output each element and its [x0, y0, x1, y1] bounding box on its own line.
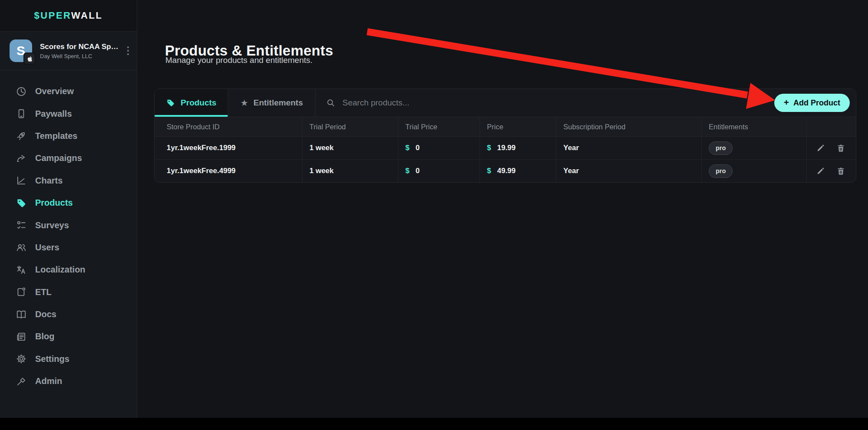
sidebar-item-label: Overview	[35, 86, 74, 96]
tab-entitlements[interactable]: ★ Entitlements	[228, 89, 316, 117]
tab-label: Entitlements	[253, 98, 303, 108]
gear-icon	[16, 353, 27, 364]
logo-rest-text: WALL	[71, 10, 102, 21]
chart-icon	[16, 175, 27, 186]
cell-store-product-id: 1yr.1weekFree.1999	[155, 137, 302, 159]
sidebar-item-surveys[interactable]: Surveys	[0, 214, 137, 236]
column-header-actions	[807, 117, 856, 136]
campaign-arrow-icon	[16, 153, 27, 164]
delete-product-button[interactable]	[835, 166, 846, 177]
currency-symbol: $	[487, 167, 491, 175]
sidebar-item-label: Docs	[35, 309, 56, 319]
add-product-button[interactable]: + Add Product	[774, 94, 850, 112]
table-row: 1yr.1weekFree.4999 1 week $0 $49.99 Year…	[155, 160, 856, 182]
workspace-company: Day Well Spent, LLC	[40, 53, 123, 59]
column-header-trial-period: Trial Period	[302, 117, 398, 136]
sidebar-item-blog[interactable]: Blog	[0, 325, 137, 348]
sidebar-item-users[interactable]: Users	[0, 236, 137, 259]
trash-icon	[836, 144, 845, 153]
currency-symbol: $	[487, 144, 491, 152]
phone-icon	[16, 108, 27, 119]
logo-row: $UPERWALL	[0, 0, 137, 32]
cell-subscription-period: Year	[556, 137, 702, 159]
sidebar-item-label: Campaigns	[35, 153, 82, 163]
workspace-name: Scores for NCAA Spo…	[40, 43, 123, 51]
page-subtitle: Manage your products and entitlements.	[165, 56, 312, 65]
sidebar-item-products[interactable]: Products	[0, 192, 137, 214]
survey-icon	[16, 220, 27, 231]
sidebar-nav: Overview Paywalls Templates Campaigns Ch…	[0, 70, 137, 392]
trial-price-value: 0	[415, 167, 419, 175]
apple-platform-badge	[23, 53, 36, 65]
cell-entitlements: pro	[702, 160, 807, 182]
sidebar-item-etl[interactable]: ETL	[0, 281, 137, 303]
cell-trial-period: 1 week	[302, 137, 398, 159]
gavel-icon	[16, 376, 27, 387]
tag-icon	[166, 98, 175, 108]
apple-icon	[27, 56, 33, 62]
workspace-menu-button[interactable]	[125, 44, 131, 58]
edit-product-button[interactable]	[815, 166, 826, 177]
sidebar-item-paywalls[interactable]: Paywalls	[0, 102, 137, 125]
logo-accent-text: $UPER	[34, 10, 71, 21]
table-header: Store Product ID Trial Period Trial Pric…	[155, 117, 856, 137]
column-header-entitlements: Entitlements	[702, 117, 807, 136]
tag-icon	[16, 197, 27, 209]
cell-trial-price: $0	[398, 137, 480, 159]
superwall-logo[interactable]: $UPERWALL	[34, 10, 103, 21]
price-value: 49.99	[497, 167, 516, 175]
sidebar-item-label: ETL	[35, 287, 52, 297]
price-value: 19.99	[497, 144, 516, 152]
translate-icon	[16, 264, 27, 276]
cell-trial-period: 1 week	[302, 160, 398, 182]
table-row: 1yr.1weekFree.1999 1 week $0 $19.99 Year…	[155, 137, 856, 160]
sidebar: $UPERWALL S Scores for NCAA Spo… Day Wel…	[0, 0, 137, 430]
users-icon	[16, 242, 27, 253]
column-header-subscription-period: Subscription Period	[556, 117, 702, 136]
tab-bar: Products ★ Entitlements + Add Product	[155, 89, 856, 117]
column-header-trial-price: Trial Price	[398, 117, 480, 136]
rocket-icon	[16, 130, 27, 141]
sidebar-item-label: Localization	[35, 265, 85, 275]
trash-icon	[836, 167, 845, 176]
sidebar-item-templates[interactable]: Templates	[0, 125, 137, 147]
sidebar-item-campaigns[interactable]: Campaigns	[0, 147, 137, 169]
pencil-icon	[816, 144, 825, 153]
sidebar-item-charts[interactable]: Charts	[0, 170, 137, 192]
sidebar-item-label: Blog	[35, 332, 54, 341]
products-card: Products ★ Entitlements + Add Product St…	[154, 89, 856, 183]
sidebar-item-admin[interactable]: Admin	[0, 370, 137, 392]
cell-trial-price: $0	[398, 160, 480, 182]
cell-actions	[807, 137, 856, 159]
tab-products[interactable]: Products	[155, 89, 228, 117]
cell-store-product-id: 1yr.1weekFree.4999	[155, 160, 302, 182]
sidebar-item-settings[interactable]: Settings	[0, 348, 137, 370]
app-window: $UPERWALL S Scores for NCAA Spo… Day Wel…	[0, 0, 868, 430]
sidebar-item-docs[interactable]: Docs	[0, 303, 137, 325]
cell-price: $19.99	[480, 137, 556, 159]
sidebar-item-label: Paywalls	[35, 109, 72, 119]
sidebar-item-overview[interactable]: Overview	[0, 80, 137, 102]
bottom-black-strip	[0, 418, 868, 430]
sidebar-item-label: Admin	[35, 376, 62, 386]
search-area	[316, 89, 774, 117]
newspaper-icon	[16, 331, 27, 342]
entitlement-badge: pro	[709, 141, 733, 155]
sidebar-item-label: Users	[35, 243, 59, 253]
column-header-price: Price	[480, 117, 556, 136]
active-tab-underline	[155, 115, 228, 117]
star-icon: ★	[240, 98, 248, 107]
sidebar-item-label: Surveys	[35, 220, 69, 230]
app-icon: S	[10, 39, 32, 62]
workspace-selector[interactable]: S Scores for NCAA Spo… Day Well Spent, L…	[0, 32, 137, 70]
search-input[interactable]	[342, 98, 604, 108]
edit-product-button[interactable]	[815, 143, 826, 154]
add-product-label: Add Product	[793, 98, 840, 108]
sidebar-item-localization[interactable]: Localization	[0, 259, 137, 281]
tab-label: Products	[181, 98, 216, 108]
delete-product-button[interactable]	[835, 143, 846, 154]
etl-icon	[16, 286, 27, 298]
pencil-icon	[816, 167, 825, 176]
cell-price: $49.99	[480, 160, 556, 182]
sidebar-item-label: Products	[35, 198, 73, 208]
